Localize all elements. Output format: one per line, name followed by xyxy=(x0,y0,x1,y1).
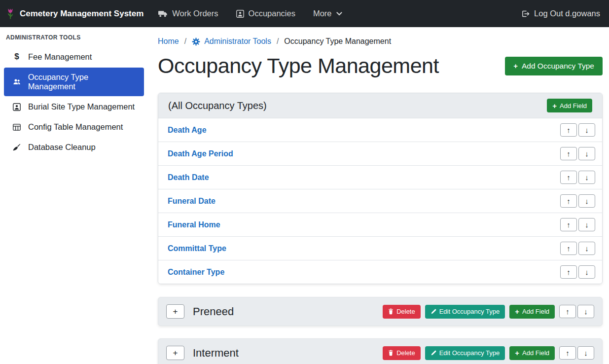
expand-button[interactable]: + xyxy=(166,346,184,360)
field-row: Container Type ↑ ↓ xyxy=(158,260,602,284)
nav-occupancies[interactable]: Occupancies xyxy=(236,9,295,18)
arrow-down-icon: ↓ xyxy=(584,307,588,316)
truck-icon xyxy=(158,10,168,17)
field-row: Funeral Date ↑ ↓ xyxy=(158,189,602,213)
move-down-button[interactable]: ↓ xyxy=(577,305,594,318)
move-down-button[interactable]: ↓ xyxy=(578,123,595,137)
add-field-button[interactable]: + Add Field xyxy=(509,305,555,319)
breadcrumb-home-link[interactable]: Home xyxy=(158,37,179,46)
pencil-icon xyxy=(430,350,436,356)
nav-label: Work Orders xyxy=(172,9,218,18)
nav-work-orders[interactable]: Work Orders xyxy=(158,9,218,18)
move-up-button[interactable]: ↑ xyxy=(559,305,576,318)
gear-icon xyxy=(192,37,200,46)
move-down-button[interactable]: ↓ xyxy=(578,171,595,184)
move-up-button[interactable]: ↑ xyxy=(560,242,577,255)
breadcrumb-label: Administrator Tools xyxy=(204,37,271,46)
button-label: Add Occupancy Type xyxy=(522,62,594,71)
move-up-button[interactable]: ↑ xyxy=(560,123,577,137)
breadcrumb-current: Occupancy Type Management xyxy=(284,37,391,46)
arrow-down-icon: ↓ xyxy=(585,173,589,182)
plus-icon: + xyxy=(173,348,178,358)
sidebar-item-burial-site-type-management[interactable]: Burial Site Type Management xyxy=(4,97,144,116)
tulip-logo-icon xyxy=(6,7,15,20)
field-link[interactable]: Committal Type xyxy=(165,244,226,253)
reorder-controls: ↑ ↓ xyxy=(560,218,595,231)
main-nav: Work Orders Occupancies More xyxy=(158,9,521,18)
move-down-button[interactable]: ↓ xyxy=(578,265,595,279)
sidebar-item-config-table-management[interactable]: Config Table Management xyxy=(4,117,144,137)
section-actions: Delete Edit Occupancy Type + Add Field ↑ xyxy=(383,346,594,360)
arrow-down-icon: ↓ xyxy=(584,349,588,357)
arrow-up-icon: ↑ xyxy=(567,173,571,182)
arrow-up-icon: ↑ xyxy=(567,126,571,134)
reorder-controls: ↑ ↓ xyxy=(560,171,595,184)
section-title: Interment xyxy=(193,347,383,360)
breadcrumb-admin-tools-link[interactable]: Administrator Tools xyxy=(192,37,271,46)
all-occupancy-types-card: (All Occupancy Types) + Add Field Death … xyxy=(158,93,603,284)
move-down-button[interactable]: ↓ xyxy=(577,346,594,360)
move-up-button[interactable]: ↑ xyxy=(560,265,577,279)
field-link[interactable]: Funeral Home xyxy=(165,220,220,229)
arrow-down-icon: ↓ xyxy=(585,197,589,205)
move-up-button[interactable]: ↑ xyxy=(559,346,576,360)
nav-more[interactable]: More xyxy=(313,9,342,18)
section-title: Preneed xyxy=(193,305,383,318)
field-row: Death Age Period ↑ ↓ xyxy=(158,142,602,166)
reorder-controls: ↑ ↓ xyxy=(560,265,595,279)
page-header: Occupancy Type Management + Add Occupanc… xyxy=(158,54,603,78)
add-occupancy-type-button[interactable]: + Add Occupancy Type xyxy=(505,57,603,75)
arrow-up-icon: ↑ xyxy=(567,244,571,253)
button-label: Add Field xyxy=(522,308,549,315)
button-label: Edit Occupancy Type xyxy=(439,308,500,315)
delete-button[interactable]: Delete xyxy=(383,346,421,360)
sidebar-item-label: Fee Management xyxy=(28,52,92,62)
sidebar-item-fee-management[interactable]: $ Fee Management xyxy=(4,47,144,67)
delete-button[interactable]: Delete xyxy=(383,305,421,319)
sidebar-item-label: Database Cleanup xyxy=(28,143,96,152)
move-up-button[interactable]: ↑ xyxy=(560,147,577,160)
sidebar-title: Administrator Tools xyxy=(0,33,148,47)
occupancy-type-section-interment: + Interment Delete xyxy=(158,338,603,364)
add-field-button[interactable]: + Add Field xyxy=(547,99,592,112)
broom-icon xyxy=(12,144,22,151)
sidebar-item-occupancy-type-management[interactable]: Occupancy Type Management xyxy=(4,68,144,96)
reorder-controls: ↑ ↓ xyxy=(560,194,595,208)
move-down-button[interactable]: ↓ xyxy=(578,194,595,208)
field-link[interactable]: Death Age xyxy=(165,126,207,135)
move-down-button[interactable]: ↓ xyxy=(578,147,595,160)
page-title: Occupancy Type Management xyxy=(158,54,439,78)
add-field-button[interactable]: + Add Field xyxy=(509,346,555,360)
expand-button[interactable]: + xyxy=(166,304,184,319)
move-up-button[interactable]: ↑ xyxy=(560,218,577,231)
person-bounding-box-icon xyxy=(12,103,22,111)
nav-label: More xyxy=(313,9,332,18)
admin-tools-sidebar: Administrator Tools $ Fee Management Occ… xyxy=(0,27,148,364)
plus-icon: + xyxy=(173,307,178,317)
button-label: Add Field xyxy=(522,349,549,357)
field-link[interactable]: Container Type xyxy=(165,268,224,277)
table-icon xyxy=(12,123,22,131)
move-down-button[interactable]: ↓ xyxy=(578,242,595,255)
sidebar-item-database-cleanup[interactable]: Database Cleanup xyxy=(4,138,144,157)
people-icon xyxy=(12,78,22,86)
logout-link[interactable]: Log Out d.gowans xyxy=(521,9,600,18)
move-down-button[interactable]: ↓ xyxy=(578,218,595,231)
nav-label: Occupancies xyxy=(249,9,295,18)
move-up-button[interactable]: ↑ xyxy=(560,194,577,208)
plus-icon: + xyxy=(515,308,519,315)
section-actions: Delete Edit Occupancy Type + Add Field ↑ xyxy=(383,305,594,319)
edit-occupancy-type-button[interactable]: Edit Occupancy Type xyxy=(425,305,505,319)
pencil-icon xyxy=(430,309,436,315)
field-link[interactable]: Death Date xyxy=(165,173,209,182)
field-link[interactable]: Funeral Date xyxy=(165,197,215,206)
field-link[interactable]: Death Age Period xyxy=(165,149,233,158)
reorder-controls: ↑ ↓ xyxy=(559,346,594,360)
dollar-icon: $ xyxy=(12,52,22,62)
arrow-up-icon: ↑ xyxy=(566,349,570,357)
move-up-button[interactable]: ↑ xyxy=(560,171,577,184)
edit-occupancy-type-button[interactable]: Edit Occupancy Type xyxy=(425,346,505,360)
main-content: Home / Administrator Tool xyxy=(148,27,609,364)
trash-icon xyxy=(388,308,394,315)
app-brand-link[interactable]: Cemetery Management System xyxy=(6,7,143,20)
